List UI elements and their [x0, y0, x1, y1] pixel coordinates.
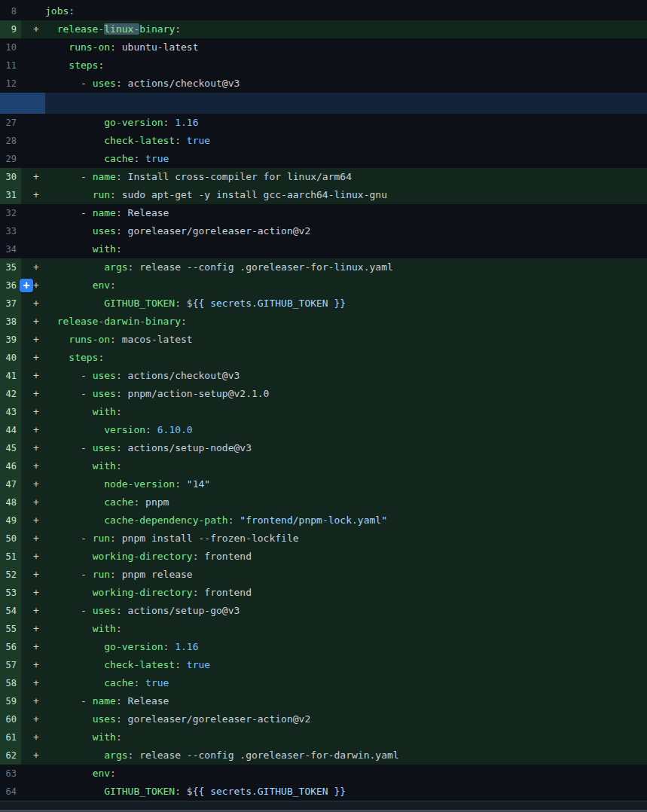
code-text: runs-on: macos-latest	[45, 331, 647, 349]
line-number[interactable]: 63	[0, 765, 21, 783]
line-number[interactable]: 47	[0, 475, 21, 493]
line-number[interactable]: 40	[0, 349, 21, 367]
code-text: uses: goreleaser/goreleaser-action@v2	[45, 222, 647, 240]
diff-line: 47 + node-version: "14"	[0, 475, 647, 493]
diff-marker	[21, 2, 45, 20]
line-number[interactable]: 49	[0, 511, 21, 530]
diff-line: 54 + - uses: actions/setup-go@v3	[0, 602, 647, 620]
diff-line: 39 + runs-on: macos-latest	[0, 331, 647, 349]
line-number[interactable]: 36	[0, 276, 21, 295]
diff-marker	[21, 132, 45, 150]
diff-marker	[21, 75, 45, 93]
line-number[interactable]: 32	[0, 204, 21, 222]
diff-marker: +	[21, 493, 45, 511]
line-number[interactable]: 37	[0, 295, 21, 313]
line-number[interactable]: 29	[0, 150, 21, 168]
code-text: steps:	[45, 56, 647, 75]
diff-line: 37 + GITHUB_TOKEN: ${{ secrets.GITHUB_TO…	[0, 295, 647, 313]
diff-line: 9 + release-linux-binary:	[0, 20, 647, 38]
code-text: - uses: actions/setup-go@v3	[45, 602, 647, 620]
line-number[interactable]: 61	[0, 728, 21, 746]
line-number[interactable]: 48	[0, 493, 21, 511]
code-text: - name: Release	[45, 204, 647, 222]
diff-line: 32 - name: Release	[0, 204, 647, 222]
code-text: with:	[45, 403, 647, 421]
diff-line: 36 + env: +	[0, 276, 647, 295]
line-number[interactable]: 8	[0, 2, 21, 20]
line-number[interactable]: 53	[0, 584, 21, 602]
diff-line: 27 go-version: 1.16	[0, 114, 647, 132]
line-number[interactable]: 41	[0, 367, 21, 385]
diff-line: 30 + - name: Install cross-compiler for …	[0, 168, 647, 186]
line-number[interactable]: 30	[0, 168, 21, 186]
code-text: env:	[45, 765, 647, 783]
line-number[interactable]: 62	[0, 746, 21, 765]
line-number[interactable]: 38	[0, 313, 21, 331]
code-text: - uses: actions/checkout@v3	[45, 367, 647, 385]
line-number[interactable]: 46	[0, 457, 21, 475]
line-number[interactable]: 42	[0, 385, 21, 403]
diff-marker: +	[21, 620, 45, 638]
code-text: release-darwin-binary:	[45, 313, 647, 331]
diff-line: 43 + with:	[0, 403, 647, 421]
diff-marker	[21, 204, 45, 222]
line-number[interactable]: 35	[0, 258, 21, 276]
diff-marker: +	[21, 258, 45, 276]
diff-line: 63 env:	[0, 765, 647, 783]
line-number[interactable]: 56	[0, 638, 21, 656]
line-number[interactable]: 60	[0, 710, 21, 728]
line-number[interactable]: 43	[0, 403, 21, 421]
line-number[interactable]: 28	[0, 132, 21, 150]
diff-line: 64 GITHUB_TOKEN: ${{ secrets.GITHUB_TOKE…	[0, 783, 647, 801]
diff-line: 12 - uses: actions/checkout@v3	[0, 75, 647, 93]
diff-line: 31 + run: sudo apt-get -y install gcc-aa…	[0, 186, 647, 204]
add-comment-button[interactable]: +	[20, 279, 33, 292]
line-number[interactable]: 55	[0, 620, 21, 638]
line-number[interactable]: 12	[0, 75, 21, 93]
code-text: go-version: 1.16	[45, 114, 647, 132]
diff-line: 60 + uses: goreleaser/goreleaser-action@…	[0, 710, 647, 728]
diff-line: 45 + - uses: actions/setup-node@v3	[0, 439, 647, 457]
line-number[interactable]: 64	[0, 783, 21, 801]
line-number[interactable]: 44	[0, 421, 21, 439]
diff-line: 62 + args: release --config .goreleaser-…	[0, 746, 647, 765]
diff-marker: +	[21, 295, 45, 313]
diff-hunk-expander[interactable]	[0, 93, 647, 114]
line-number[interactable]: 51	[0, 548, 21, 566]
diff-line: 49 + cache-dependency-path: "frontend/pn…	[0, 511, 647, 530]
line-number[interactable]: 59	[0, 692, 21, 710]
line-number[interactable]: 50	[0, 530, 21, 548]
code-text: - name: Install cross-compiler for linux…	[45, 168, 647, 186]
line-number[interactable]: 54	[0, 602, 21, 620]
diff-marker	[21, 114, 45, 132]
line-number[interactable]: 9	[0, 20, 21, 38]
diff-marker	[21, 38, 45, 56]
code-text: with:	[45, 457, 647, 475]
diff-hunk-expander-gutter[interactable]	[0, 93, 45, 114]
diff-line: 8 jobs:	[0, 2, 647, 20]
diff-marker: +	[21, 674, 45, 692]
diff-line: 50 + - run: pnpm install --frozen-lockfi…	[0, 530, 647, 548]
diff-marker: +	[21, 548, 45, 566]
line-number[interactable]: 27	[0, 114, 21, 132]
diff-line: 56 + go-version: 1.16	[0, 638, 647, 656]
diff-marker: +	[21, 584, 45, 602]
line-number[interactable]: 34	[0, 240, 21, 258]
line-number[interactable]: 11	[0, 56, 21, 75]
line-number[interactable]: 58	[0, 674, 21, 692]
code-text: args: release --config .goreleaser-for-l…	[45, 258, 647, 276]
line-number[interactable]: 10	[0, 38, 21, 56]
diff-marker: +	[21, 475, 45, 493]
line-number[interactable]: 45	[0, 439, 21, 457]
line-number[interactable]: 33	[0, 222, 21, 240]
diff-line: 28 check-latest: true	[0, 132, 647, 150]
diff-marker	[21, 150, 45, 168]
line-number[interactable]: 57	[0, 656, 21, 674]
diff-line: 34 with:	[0, 240, 647, 258]
code-text: cache: pnpm	[45, 493, 647, 511]
line-number[interactable]: 31	[0, 186, 21, 204]
line-number[interactable]: 52	[0, 566, 21, 584]
diff-marker: +	[21, 331, 45, 349]
line-number[interactable]: 39	[0, 331, 21, 349]
diff-marker: +	[21, 728, 45, 746]
